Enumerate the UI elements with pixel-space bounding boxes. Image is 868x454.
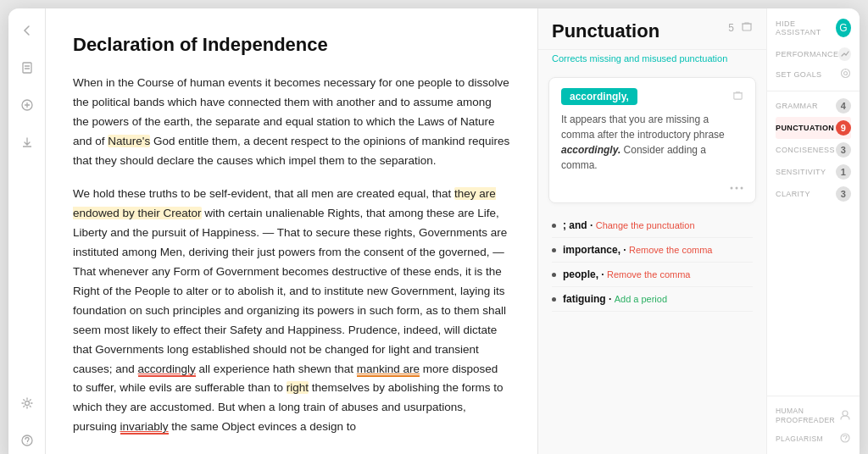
set-goals-row[interactable]: SET GOALS bbox=[776, 64, 851, 84]
panel-header: Punctuation 5 bbox=[538, 8, 766, 50]
clarity-label: CLARITY bbox=[776, 190, 810, 198]
trash-card-icon[interactable] bbox=[732, 90, 743, 103]
suggestion-text-2: importance, · Remove the comma bbox=[563, 244, 712, 256]
grammar-row[interactable]: GRAMMAR 4 bbox=[776, 95, 851, 117]
scores-top: HIDE ASSISTANT G PERFORMANCE SET GOALS bbox=[767, 15, 860, 91]
performance-row[interactable]: PERFORMANCE bbox=[776, 44, 851, 64]
punctuation-row[interactable]: PUNCTUATION 9 bbox=[776, 117, 851, 139]
assistant-avatar[interactable]: G bbox=[836, 19, 851, 37]
punctuation-panel: Punctuation 5 Corrects missing and misus… bbox=[537, 8, 766, 454]
hide-assistant-label: HIDE ASSISTANT bbox=[776, 19, 832, 36]
back-button[interactable] bbox=[15, 19, 39, 42]
more-options-icon[interactable] bbox=[730, 180, 743, 192]
plagiarism-row[interactable]: PLAGIARISM bbox=[776, 429, 851, 449]
clarity-row[interactable]: CLARITY 3 bbox=[776, 183, 851, 205]
suggestion-item-2: importance, · Remove the comma bbox=[552, 238, 753, 263]
conciseness-score: 3 bbox=[836, 142, 851, 158]
suggestion-word-2: importance, · bbox=[563, 244, 626, 256]
sensitivity-score: 1 bbox=[836, 164, 851, 180]
trash-icon[interactable] bbox=[741, 20, 753, 35]
left-sidebar bbox=[8, 8, 46, 454]
proofreader-icon bbox=[839, 409, 851, 423]
suggestion-word-1: ; and · bbox=[563, 219, 593, 231]
paragraph-1: When in the Course of human events it be… bbox=[73, 74, 510, 171]
download-button[interactable] bbox=[15, 130, 39, 154]
set-goals-label: SET GOALS bbox=[776, 70, 821, 79]
sensitivity-row[interactable]: SENSITIVITY 1 bbox=[776, 161, 851, 183]
suggestion-action-3[interactable]: Remove the comma bbox=[607, 269, 690, 280]
bullet-dot bbox=[552, 224, 556, 228]
bullet-dot bbox=[552, 273, 556, 277]
card-body: It appears that you are missing a comma … bbox=[561, 112, 743, 173]
suggestion-card: accordingly, It appears that you are mis… bbox=[548, 77, 756, 203]
bottom-tools: HUMAN PROOFREADER PLAGIARISM bbox=[767, 396, 860, 454]
word-count[interactable]: +57 words bbox=[73, 451, 510, 454]
card-header: accordingly, bbox=[561, 88, 743, 105]
svg-rect-10 bbox=[743, 24, 751, 30]
clarity-score: 3 bbox=[836, 186, 851, 202]
word-tag: accordingly, bbox=[561, 88, 637, 105]
svg-point-8 bbox=[22, 435, 32, 446]
svg-point-20 bbox=[843, 411, 848, 416]
bullet-dot bbox=[552, 297, 556, 302]
card-actions bbox=[732, 90, 743, 103]
suggestion-text-4: fatiguing · Add a period bbox=[563, 293, 667, 305]
suggestion-text-3: people, · Remove the comma bbox=[563, 269, 690, 280]
panel-subtitle: Corrects missing and misused punctuation bbox=[538, 50, 766, 70]
human-proofreader-row[interactable]: HUMAN PROOFREADER bbox=[776, 403, 851, 429]
card-footer bbox=[561, 180, 743, 192]
suggestion-action-1[interactable]: Change the punctuation bbox=[596, 220, 695, 230]
svg-point-18 bbox=[844, 72, 848, 75]
svg-point-22 bbox=[845, 440, 846, 441]
performance-label: PERFORMANCE bbox=[776, 50, 838, 58]
bullet-dot bbox=[552, 248, 556, 252]
add-button[interactable] bbox=[15, 93, 39, 117]
settings-button[interactable] bbox=[15, 391, 39, 415]
document-icon[interactable] bbox=[15, 56, 39, 80]
suggestion-item-1: ; and · Change the punctuation bbox=[552, 213, 753, 238]
punctuation-label: PUNCTUATION bbox=[776, 124, 834, 132]
plagiarism-label: PLAGIARISM bbox=[776, 435, 823, 443]
svg-point-17 bbox=[842, 69, 850, 78]
plagiarism-icon bbox=[839, 432, 851, 446]
suggestion-item-3: people, · Remove the comma bbox=[552, 263, 753, 287]
emphasized-word: accordingly. bbox=[561, 144, 620, 156]
svg-rect-12 bbox=[734, 93, 742, 99]
document-body[interactable]: When in the Course of human events it be… bbox=[73, 74, 510, 437]
conciseness-label: CONCISENESS bbox=[776, 146, 835, 154]
suggestion-action-2[interactable]: Remove the comma bbox=[629, 245, 712, 255]
document-title: Declaration of Independence bbox=[73, 29, 510, 60]
help-button[interactable] bbox=[15, 429, 39, 452]
suggestion-action-4[interactable]: Add a period bbox=[615, 294, 667, 304]
sensitivity-label: SENSITIVITY bbox=[776, 168, 826, 176]
grammar-label: GRAMMAR bbox=[776, 102, 818, 110]
suggestion-item-4: fatiguing · Add a period bbox=[552, 287, 753, 312]
svg-point-14 bbox=[731, 187, 733, 190]
paragraph-2: We hold these truths to be self-evident,… bbox=[73, 185, 510, 437]
scores-panel: HIDE ASSISTANT G PERFORMANCE SET GOALS bbox=[766, 8, 860, 454]
suggestion-word-3: people, · bbox=[563, 269, 604, 280]
set-goals-icon bbox=[840, 68, 851, 80]
panel-header-right: 5 bbox=[728, 20, 753, 35]
svg-point-15 bbox=[736, 187, 738, 190]
suggestion-count: 5 bbox=[728, 22, 734, 34]
svg-point-16 bbox=[741, 187, 743, 190]
main-document: Declaration of Independence When in the … bbox=[46, 8, 537, 454]
grammar-score: 4 bbox=[836, 98, 851, 114]
panel-title: Punctuation bbox=[552, 20, 659, 42]
suggestions-list: ; and · Change the punctuation importanc… bbox=[538, 210, 766, 454]
suggestion-word-4: fatiguing · bbox=[563, 293, 611, 305]
svg-point-9 bbox=[26, 443, 27, 444]
suggestion-text-1: ; and · Change the punctuation bbox=[563, 219, 695, 231]
conciseness-row[interactable]: CONCISENESS 3 bbox=[776, 139, 851, 161]
performance-icon bbox=[838, 47, 851, 61]
scores-section: GRAMMAR 4 PUNCTUATION 9 CONCISENESS 3 SE… bbox=[767, 91, 860, 208]
svg-rect-0 bbox=[23, 63, 31, 73]
punctuation-score: 9 bbox=[836, 120, 851, 136]
svg-point-7 bbox=[25, 401, 29, 406]
human-proofreader-label: HUMAN PROOFREADER bbox=[776, 407, 839, 425]
